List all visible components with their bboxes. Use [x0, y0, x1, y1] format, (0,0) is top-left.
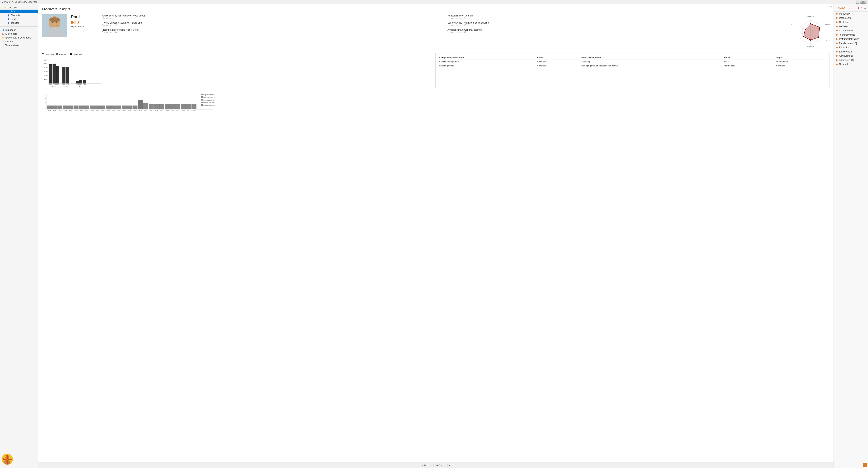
legend-seminars-color [70, 54, 72, 55]
export-docs-label: Export data & documents [5, 36, 31, 39]
nav-family-values[interactable]: Family values [G] [834, 41, 868, 45]
next-year-button[interactable]: 2023 → [434, 464, 444, 467]
svg-text:4: 4 [45, 94, 46, 95]
mastered-1-name: Conflict management [438, 60, 535, 64]
left-sidebar: 📁 Gosselin 👤 Paul 👤 Charlotte 👤 Frank 👤 … [0, 4, 38, 468]
bar-2020 [181, 104, 186, 110]
nav-achievements[interactable]: Achievements [834, 54, 868, 58]
instrumental-value-3-label: Instrumental value #3 [447, 31, 787, 33]
legend-education-label: Education [59, 53, 68, 56]
bar-2005 [106, 105, 111, 110]
legend-seminars-label: Seminars [73, 53, 82, 56]
prev-year-button[interactable]: ← 2021 [420, 464, 431, 467]
export-data-label: Export data [5, 33, 17, 35]
svg-text:2014: 2014 [150, 110, 153, 112]
nav-notepad[interactable]: Notepad [834, 62, 868, 66]
sidebar-item-jennifer[interactable]: 👤 Jennifer [0, 21, 38, 25]
dev-2-actual: Intermediate [722, 64, 775, 68]
close-button[interactable]: ✕ [863, 1, 866, 4]
svg-text:2018: 2018 [171, 110, 174, 112]
app-logo [2, 454, 13, 465]
insights-action[interactable]: 📈 Insights [0, 40, 38, 43]
member-charlotte: Charlotte [11, 14, 20, 17]
nav-documents[interactable]: Documents [834, 16, 868, 20]
nav-wellness[interactable]: Wellness [834, 24, 868, 29]
show-archive-action[interactable]: 🗂 Show archive [0, 43, 38, 47]
sidebar-item-charlotte[interactable]: 👤 Charlotte [0, 13, 38, 17]
nav-cashflow-label: Cashflow [839, 21, 848, 24]
nav-instrumental-label: Instrumental values [839, 38, 859, 40]
run-report-label: Run report [5, 29, 16, 31]
profile-photo [42, 14, 67, 37]
nav-notepad-label: Notepad [839, 63, 848, 66]
svg-text:2003: 2003 [96, 110, 99, 112]
bar-frank-2021 [50, 64, 53, 84]
pin-icon[interactable]: 📌 [857, 7, 860, 9]
svg-point-28 [803, 36, 804, 37]
terminal-value-3: Pleasure (an enjoyable leisurely life) T… [102, 29, 442, 33]
sidebar-item-frank[interactable]: 👤 Frank [0, 17, 38, 21]
bar-2006 [111, 105, 116, 110]
bar-2019 [176, 104, 180, 110]
bar-2010 [132, 105, 137, 110]
legend-degree-label: Degree in mechanical engineeri [204, 94, 214, 96]
svg-text:Occupational: Occupational [825, 39, 830, 41]
nav-instrumental-values[interactable]: Instrumental values [834, 37, 868, 41]
terminal-value-2-text: A world of beauty (beauty of nature and [102, 22, 442, 24]
nav-terminal-values[interactable]: Terminal values [834, 33, 868, 37]
svg-text:Social: Social [792, 39, 793, 41]
svg-point-25 [819, 27, 820, 28]
nav-documents-label: Documents [839, 17, 851, 19]
nav-cashflow[interactable]: Cashflow [834, 20, 868, 24]
person-icon-paul: 👤 [7, 10, 10, 13]
comp-actual-header: Actual [722, 56, 775, 60]
instrumental-value-3-text: Ambitious (hard-working, aspiring) [447, 29, 787, 31]
svg-text:4000: 4000 [44, 67, 48, 68]
bar-chart-container: Coaching Education Seminars 6000 5000 [42, 53, 432, 88]
right-sidebar-title: Talent [836, 6, 845, 10]
legend-wing-label: High Aspect Ratio Wing Design [204, 99, 214, 101]
minimize-button[interactable]: ─ [856, 1, 859, 4]
instrumental-value-1-label: Instrumental value #1 [447, 17, 787, 19]
page-title: MyPrivate Insights [42, 7, 830, 11]
profile-mbti: INTJ [71, 20, 94, 25]
sidebar-divider [0, 26, 38, 27]
svg-text:2: 2 [45, 101, 46, 103]
nav-education[interactable]: Education [834, 45, 868, 50]
legend-primary-label: Primary and secondary schoolin [204, 102, 214, 103]
svg-text:2022: 2022 [79, 84, 83, 86]
sidebar-item-paul[interactable]: 👤 Paul [0, 9, 38, 13]
legend-r21-label: R21 Ballast Regulators for Alg [204, 104, 214, 106]
run-report-action[interactable]: 📊 Run report [0, 28, 38, 32]
svg-text:2015: 2015 [155, 110, 158, 112]
tree-root[interactable]: 📁 Gosselin [0, 6, 38, 9]
nav-competencies[interactable]: Competencies [834, 29, 868, 33]
font-icon[interactable]: Aa aa [861, 7, 866, 9]
nav-personality[interactable]: Personality [834, 12, 868, 16]
bar-2001 [84, 105, 89, 110]
nav-employment[interactable]: Employment [834, 50, 868, 54]
radar-section: Emotional Intellectual Occupational Phys… [792, 14, 830, 50]
nav-addresses[interactable]: Addresses [G] [834, 58, 868, 62]
svg-text:Intellectual: Intellectual [825, 23, 830, 25]
back-button[interactable]: ↩ [829, 5, 832, 9]
restore-button[interactable]: □ [860, 1, 863, 4]
svg-point-12 [49, 18, 60, 22]
window-controls[interactable]: ─ □ ✕ [856, 1, 866, 4]
svg-text:2019: 2019 [176, 110, 179, 112]
nav-circle-button[interactable]: → [863, 463, 867, 467]
filter-button[interactable]: ▼ [447, 464, 452, 467]
mastered-2-name: Directing others [438, 64, 535, 68]
competencies-section: Competencies mastered Status under devel… [435, 53, 830, 88]
terminal-value-2-label: Terminal value #2 [102, 24, 442, 26]
bar-jennifer-2023 [66, 67, 69, 84]
export-docs-action[interactable]: 📁 Export data & documents [0, 36, 38, 40]
export-data-action[interactable]: 📤 Export data [0, 32, 38, 36]
bar-paul-2021 [76, 81, 79, 84]
svg-text:5000: 5000 [44, 63, 48, 65]
bar-2000 [79, 105, 84, 110]
nav-employment-label: Employment [839, 50, 852, 53]
photo-svg [42, 14, 67, 37]
nav-bullet-family [836, 42, 838, 44]
svg-text:2000: 2000 [80, 110, 83, 112]
